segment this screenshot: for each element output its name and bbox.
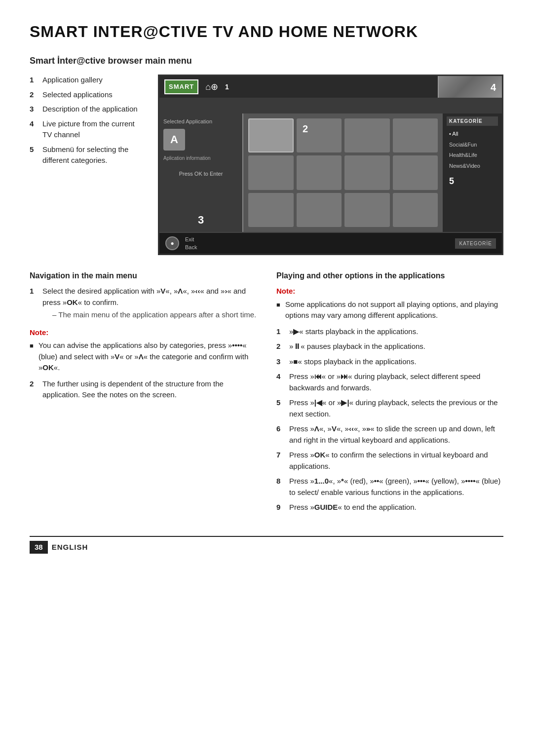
nav-item-1: 1 Select the desired application with »V…	[30, 286, 257, 322]
section1-title: Smart İnter@ctive browser main menu	[30, 54, 503, 68]
playing-text-7: Press »OK« to confirm the selections in …	[289, 450, 503, 472]
tv-selected-app-label: Selected Application	[163, 117, 238, 126]
grid-cell-5	[297, 155, 342, 189]
list-num-4: 4	[30, 118, 38, 130]
list-item-1: 1 Application gallery	[30, 75, 143, 86]
tv-app-grid	[243, 113, 443, 232]
playing-num-1: 1	[276, 326, 285, 338]
tv-label-5: 5	[449, 175, 495, 188]
playing-note-label: Note:	[276, 287, 295, 295]
bullet-icon: ■	[30, 341, 35, 351]
playing-note-text: Some applications do not support all pla…	[285, 299, 503, 321]
tv-logo: SMART	[164, 79, 198, 94]
tv-kategorie-all: • All	[447, 129, 498, 139]
tv-kategorie-bottom: KATEGORİE	[455, 238, 496, 249]
tv-label-4: 4	[491, 80, 496, 95]
tv-kategorie-news: News&Video	[447, 161, 498, 171]
tv-kategorie-health: Health&Life	[447, 151, 498, 160]
playing-num-2: 2	[276, 341, 285, 352]
grid-cell-7	[393, 155, 438, 189]
footer: 38 ENGLISH	[30, 536, 503, 554]
list-text-3: Description of the application	[42, 104, 138, 115]
browser-menu-list: 1 Application gallery 2 Selected applica…	[30, 75, 143, 255]
footer-page-num: 38	[30, 541, 48, 554]
list-text-5: Submenü for selecting the different cate…	[42, 144, 143, 166]
tv-press-ok: Press OK to Enter	[163, 170, 238, 178]
playing-item-2: 2 »⏸« pauses playback in the application…	[276, 341, 503, 352]
playing-list: 1 »▶« starts playback in the application…	[276, 326, 503, 513]
top-section: 1 Application gallery 2 Selected applica…	[30, 75, 503, 255]
list-item-5: 5 Submenü for selecting the different ca…	[30, 144, 143, 166]
list-num-2: 2	[30, 89, 38, 101]
nav-sub-1: – The main menu of the application appea…	[52, 309, 257, 321]
tv-bottom-bar: ● Exit Back KATEGORİE	[159, 232, 502, 254]
playing-item-7: 7 Press »OK« to confirm the selections i…	[276, 450, 503, 472]
nav-col: Navigation in the main menu 1 Select the…	[30, 270, 257, 518]
list-item-4: 4 Live picture from the current TV chann…	[30, 118, 143, 141]
tv-app-icon: A	[163, 129, 185, 151]
playing-item-6: 6 Press »Λ«, »V«, »‹‹«, »»« to slide the…	[276, 423, 503, 446]
grid-cell-9	[297, 193, 342, 227]
grid-cell-2	[344, 118, 390, 152]
nav-note: Note: ■ You can advise the applications …	[30, 327, 257, 374]
tv-right-panel: KATEGORİE • All Social&Fun Health&Life N…	[443, 113, 502, 232]
nav-note-text-1: You can advise the applications also by …	[38, 340, 257, 374]
playing-text-4: Press »⏮« or »⏭« during playback, select…	[289, 371, 503, 393]
playing-item-4: 4 Press »⏮« or »⏭« during playback, sele…	[276, 371, 503, 393]
playing-text-6: Press »Λ«, »V«, »‹‹«, »»« to slide the s…	[289, 423, 503, 446]
nav-list: 1 Select the desired application with »V…	[30, 286, 257, 322]
playing-text-9: Press »GUIDE« to end the application.	[289, 502, 417, 513]
page-title: SMART INTER@CTIVE TV AND HOME NETWORK	[30, 20, 503, 43]
grid-cell-4	[248, 155, 294, 189]
grid-cell-10	[344, 193, 390, 227]
playing-note: Note: ■ Some applications do not support…	[276, 286, 503, 321]
tv-back-button[interactable]: ●	[165, 236, 179, 250]
tv-app-info: Aplication information	[163, 154, 238, 162]
tv-kategorie-social: Social&Fun	[447, 140, 498, 150]
playing-text-3: »■« stops playback in the applications.	[289, 356, 417, 368]
playing-item-1: 1 »▶« starts playback in the application…	[276, 326, 503, 338]
list-item-2: 2 Selected applications	[30, 89, 143, 101]
playing-num-3: 3	[276, 356, 285, 368]
list-text-2: Selected applications	[42, 89, 113, 101]
playing-item-5: 5 Press »|◀« or »▶|« during playback, se…	[276, 397, 503, 419]
playing-item-8: 8 Press »1...0«, »*« (red), »••« (green)…	[276, 476, 503, 498]
list-text-1: Application gallery	[42, 75, 103, 86]
tv-label-3: 3	[163, 212, 238, 228]
playing-text-8: Press »1...0«, »*« (red), »••« (green), …	[289, 476, 503, 498]
playing-title: Playing and other options in the applica…	[276, 270, 503, 282]
tv-middle: Selected Application A Aplication inform…	[159, 113, 502, 232]
playing-col: Playing and other options in the applica…	[276, 270, 503, 518]
tv-screen: SMART ⌂⊕ 1 4 2 Selected Application A Ap…	[158, 75, 503, 255]
list-num-3: 3	[30, 104, 38, 115]
playing-num-4: 4	[276, 371, 285, 382]
playing-num-8: 8	[276, 476, 285, 487]
playing-num-6: 6	[276, 423, 285, 435]
playing-num-7: 7	[276, 450, 285, 461]
playing-item-3: 3 »■« stops playback in the applications…	[276, 356, 503, 368]
tv-left-panel: Selected Application A Aplication inform…	[159, 113, 243, 232]
list-text-4: Live picture from the current TV channel	[42, 118, 143, 141]
nav-note-item-1: ■ You can advise the applications also b…	[30, 340, 257, 374]
playing-text-1: »▶« starts playback in the applications.	[289, 326, 418, 338]
list-num-5: 5	[30, 144, 38, 155]
playing-num-5: 5	[276, 397, 285, 409]
playing-item-9: 9 Press »GUIDE« to end the application.	[276, 502, 503, 513]
nav-title: Navigation in the main menu	[30, 270, 257, 282]
tv-home-icon: ⌂⊕	[205, 80, 218, 94]
playing-num-9: 9	[276, 502, 285, 513]
nav-text-1: Select the desired application with »V«,…	[42, 286, 257, 322]
bottom-section: Navigation in the main menu 1 Select the…	[30, 270, 503, 518]
nav-item-2: 2 The further using is dependent of the …	[30, 378, 257, 401]
tv-label-2: 2	[303, 121, 308, 136]
tv-kategorie-header: KATEGORİE	[447, 116, 498, 126]
nav-num-2: 2	[30, 378, 38, 390]
list-item-3: 3 Description of the application	[30, 104, 143, 115]
playing-text-5: Press »|◀« or »▶|« during playback, sele…	[289, 397, 503, 419]
grid-cell-11	[393, 193, 438, 227]
footer-language: ENGLISH	[52, 542, 88, 553]
tv-exit-back-text: Exit Back	[185, 235, 197, 252]
tv-label-1: 1	[225, 82, 229, 92]
grid-cell-6	[344, 155, 390, 189]
playing-note-item: ■ Some applications do not support all p…	[276, 299, 503, 321]
